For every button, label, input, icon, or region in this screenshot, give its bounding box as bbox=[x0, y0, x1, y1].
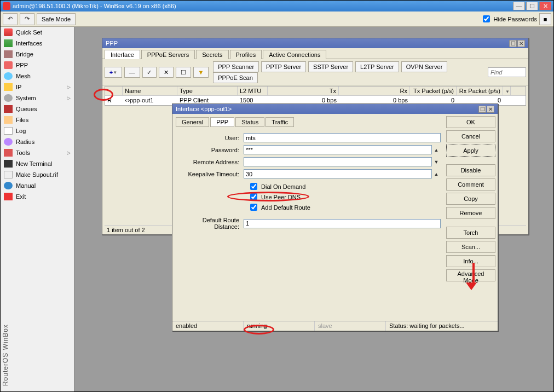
column-header[interactable]: Tx Packet (p/s) bbox=[410, 87, 457, 95]
filter-button[interactable]: ▼ bbox=[193, 67, 209, 78]
ppp-tabs: InterfacePPPoE ServersSecretsProfilesAct… bbox=[102, 48, 528, 59]
sidebar-item-manual[interactable]: Manual bbox=[1, 180, 74, 191]
column-header[interactable]: Rx Packet (p/s) bbox=[457, 87, 503, 95]
column-menu-button[interactable]: ▼ bbox=[503, 87, 511, 95]
ppp-titlebar[interactable]: PPP ☐✕ bbox=[102, 38, 528, 48]
interface-window-title: Interface <ppp-out1> bbox=[176, 106, 232, 112]
iface-close-button[interactable]: ✕ bbox=[487, 106, 494, 113]
sidebar-item-system[interactable]: System▷ bbox=[1, 93, 74, 103]
keepalive-input[interactable] bbox=[244, 169, 432, 178]
sidebar-item-interfaces[interactable]: Interfaces bbox=[1, 38, 74, 49]
ms-icon bbox=[4, 171, 13, 178]
sstp-server-button[interactable]: SSTP Server bbox=[308, 61, 353, 72]
password-input[interactable] bbox=[244, 145, 432, 154]
pptp-server-button[interactable]: PPTP Server bbox=[261, 61, 306, 72]
lg-icon bbox=[4, 127, 13, 135]
iface-tab-general[interactable]: General bbox=[176, 117, 209, 127]
iface-min-button[interactable]: ☐ bbox=[478, 106, 486, 113]
find-input[interactable] bbox=[488, 67, 526, 77]
ovpn-server-button[interactable]: OVPN Server bbox=[401, 61, 448, 72]
maximize-button[interactable]: ☐ bbox=[526, 2, 538, 10]
apply-button[interactable]: Apply bbox=[446, 145, 495, 157]
to-icon bbox=[4, 149, 13, 157]
ppp-scanner-button[interactable]: PPP Scanner bbox=[213, 61, 259, 72]
use-peer-dns-checkbox[interactable] bbox=[250, 193, 257, 200]
safe-mode-button[interactable]: Safe Mode bbox=[37, 13, 76, 25]
sidebar-item-bridge[interactable]: Bridge bbox=[1, 49, 74, 60]
comment-button[interactable]: ☐ bbox=[176, 67, 191, 78]
column-header[interactable]: Rx bbox=[339, 87, 410, 95]
comment-button[interactable]: Comment bbox=[446, 178, 495, 191]
tab-profiles[interactable]: Profiles bbox=[230, 50, 262, 59]
copy-button[interactable]: Copy bbox=[446, 193, 495, 205]
tab-secrets[interactable]: Secrets bbox=[196, 50, 228, 59]
interface-form: GeneralPPPStatusTraffic User: Password:▲… bbox=[172, 114, 444, 320]
ppp-min-button[interactable]: ☐ bbox=[509, 40, 517, 47]
ppp-icon bbox=[4, 61, 13, 69]
torch-button[interactable]: Torch bbox=[446, 227, 495, 239]
app-brand-label: RouterOS WinBox bbox=[2, 324, 9, 386]
remove-button[interactable]: Remove bbox=[446, 207, 495, 219]
hide-passwords-toggle[interactable]: Hide Passwords bbox=[481, 14, 537, 24]
ip-icon bbox=[4, 83, 13, 91]
column-header[interactable]: Name bbox=[123, 87, 177, 95]
mdi-area: PPP ☐✕ InterfacePPPoE ServersSecretsProf… bbox=[74, 27, 553, 391]
iface-tab-ppp[interactable]: PPP bbox=[210, 117, 234, 127]
add-button[interactable]: +▼ bbox=[105, 67, 122, 78]
status-enabled: enabled bbox=[172, 321, 244, 331]
column-header[interactable]: Tx bbox=[268, 87, 339, 95]
sidebar-item-mesh[interactable]: Mesh bbox=[1, 71, 74, 82]
tab-pppoe-servers[interactable]: PPPoE Servers bbox=[141, 50, 195, 59]
close-button[interactable]: ✕ bbox=[539, 2, 551, 10]
interface-titlebar[interactable]: Interface <ppp-out1> ☐✕ bbox=[172, 104, 498, 114]
scan--button[interactable]: Scan... bbox=[446, 241, 495, 253]
sidebar-item-new-terminal[interactable]: New Terminal bbox=[1, 158, 74, 169]
sidebar-item-ip[interactable]: IP▷ bbox=[1, 82, 74, 93]
rd-icon bbox=[4, 138, 13, 146]
sidebar-toggle-button[interactable]: ■ bbox=[539, 13, 551, 25]
sidebar-item-radius[interactable]: Radius bbox=[1, 136, 74, 147]
remote-dropdown-icon[interactable]: ▼ bbox=[432, 159, 441, 165]
sidebar-item-make-supout-rif[interactable]: Make Supout.rif bbox=[1, 169, 74, 180]
enable-button[interactable]: ✓ bbox=[142, 67, 157, 78]
interface-buttons: OKCancelApplyDisableCommentCopyRemoveTor… bbox=[444, 114, 498, 320]
tab-active-connections[interactable]: Active Connections bbox=[263, 50, 326, 59]
iface-tab-traffic[interactable]: Traffic bbox=[266, 117, 294, 127]
cancel-button[interactable]: Cancel bbox=[446, 130, 495, 142]
column-header[interactable] bbox=[105, 87, 123, 95]
sidebar-item-queues[interactable]: Queues bbox=[1, 103, 74, 114]
column-header[interactable]: Type bbox=[177, 87, 238, 95]
add-default-route-checkbox[interactable] bbox=[250, 204, 257, 211]
sidebar-item-tools[interactable]: Tools▷ bbox=[1, 147, 74, 158]
mesh-icon bbox=[4, 72, 13, 80]
info--button[interactable]: Info... bbox=[446, 255, 495, 267]
remote-address-input[interactable] bbox=[244, 157, 432, 166]
sidebar-item-files[interactable]: Files bbox=[1, 114, 74, 125]
undo-button[interactable]: ↶ bbox=[3, 13, 18, 25]
remove-button[interactable]: — bbox=[124, 67, 140, 78]
hide-passwords-checkbox[interactable] bbox=[483, 15, 490, 22]
user-input[interactable] bbox=[244, 133, 441, 142]
sidebar-item-exit[interactable]: Exit bbox=[1, 191, 74, 202]
pppoe-scan-button[interactable]: PPPoE Scan bbox=[213, 72, 258, 83]
minimize-button[interactable]: — bbox=[513, 2, 525, 10]
tab-interface[interactable]: Interface bbox=[105, 50, 140, 59]
sidebar-item-quick-set[interactable]: Quick Set bbox=[1, 27, 74, 38]
dial-on-demand-checkbox[interactable] bbox=[250, 183, 257, 190]
disable-button[interactable]: Disable bbox=[446, 164, 495, 176]
sidebar-item-ppp[interactable]: PPP bbox=[1, 60, 74, 71]
ok-button[interactable]: OK bbox=[446, 116, 495, 128]
password-reveal-icon[interactable]: ▲ bbox=[432, 147, 441, 153]
keepalive-up-icon[interactable]: ▲ bbox=[432, 171, 441, 177]
column-header[interactable]: L2 MTU bbox=[238, 87, 268, 95]
advanced-mode-button[interactable]: Advanced Mode bbox=[446, 269, 495, 281]
l2tp-server-button[interactable]: L2TP Server bbox=[355, 61, 399, 72]
default-route-distance-input[interactable] bbox=[244, 219, 441, 228]
iface-tab-status[interactable]: Status bbox=[235, 117, 264, 127]
status-slave: slave bbox=[315, 321, 386, 331]
sidebar-item-log[interactable]: Log bbox=[1, 125, 74, 136]
redo-button[interactable]: ↷ bbox=[20, 13, 34, 25]
ex-icon bbox=[4, 193, 13, 200]
disable-button[interactable]: ✕ bbox=[159, 67, 174, 78]
ppp-close-button[interactable]: ✕ bbox=[517, 40, 525, 47]
